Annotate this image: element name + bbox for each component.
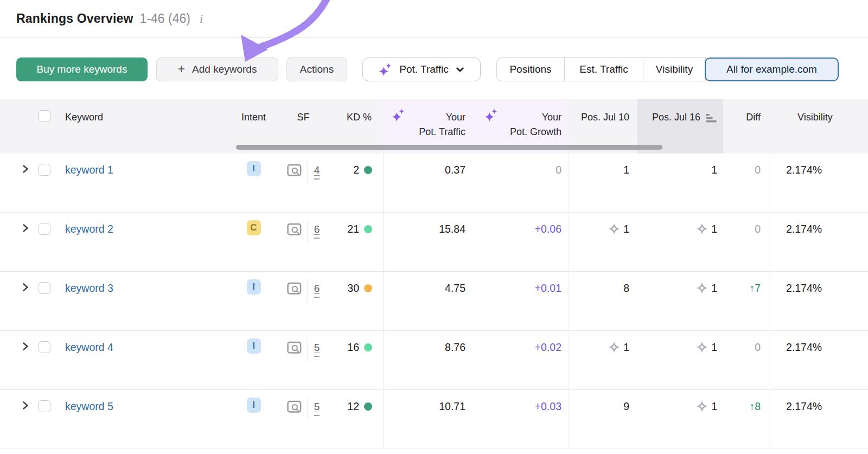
header-visibility[interactable]: Visibility: [769, 99, 868, 154]
pot-growth-value: +0.06: [535, 221, 561, 236]
keyword-link[interactable]: keyword 2: [65, 221, 113, 236]
diff-cell: ↑7: [723, 272, 769, 330]
kd-value: 2: [353, 162, 359, 177]
expand-chevron-icon[interactable]: [21, 164, 30, 174]
pos-current-cell: 1: [637, 390, 723, 449]
serp-features-count[interactable]: 5: [314, 341, 320, 357]
diff-value: 0: [755, 162, 761, 177]
visibility-cell: 2.174%: [769, 331, 868, 389]
pot-traffic-value: 0.37: [445, 162, 465, 177]
buy-more-keywords-button[interactable]: Buy more keywords: [16, 57, 148, 81]
pot-growth-value: +0.02: [535, 340, 561, 355]
row-checkbox-cell: [35, 331, 54, 389]
serp-feature-position-icon: [696, 341, 708, 353]
info-icon[interactable]: i: [200, 12, 203, 26]
pos-prev-cell: 1: [569, 154, 637, 212]
expand-chevron-icon[interactable]: [21, 223, 30, 233]
kd-value: 16: [347, 340, 359, 355]
row-checkbox-cell: [35, 390, 54, 449]
add-keywords-label: Add keywords: [192, 63, 257, 75]
kd-cell: 2: [335, 154, 383, 212]
serp-features-count[interactable]: 5: [314, 400, 320, 416]
select-all-checkbox[interactable]: [39, 110, 50, 122]
table-row: keyword 4 I 5 16 8.76 +0.02: [0, 331, 868, 390]
kd-difficulty-dot: [364, 343, 372, 351]
tab-visibility[interactable]: Visibility: [643, 57, 706, 81]
keyword-link[interactable]: keyword 5: [65, 399, 113, 414]
expand-chevron-icon[interactable]: [21, 401, 30, 410]
pot-growth-cell: +0.06: [476, 213, 569, 271]
tab-positions[interactable]: Positions: [496, 57, 565, 81]
row-checkbox[interactable]: [39, 341, 50, 353]
serp-features-count[interactable]: 6: [314, 223, 320, 239]
expand-chevron-icon[interactable]: [21, 342, 30, 351]
keyword-link[interactable]: keyword 1: [65, 162, 113, 177]
serp-features-count[interactable]: 4: [314, 164, 320, 180]
visibility-value: 2.174%: [786, 162, 822, 177]
table-row: keyword 2 C 6 21 15.84 +0.06: [0, 213, 868, 272]
row-checkbox[interactable]: [39, 282, 50, 294]
serp-preview-icon[interactable]: [287, 341, 302, 354]
intent-cell: I: [236, 154, 271, 212]
pot-growth-cell: 0: [476, 154, 569, 212]
pos-prev-value: 8: [623, 280, 629, 296]
kd-value: 21: [347, 221, 359, 236]
ai-sparkles-icon: [392, 108, 405, 122]
metric-dropdown-label: Pot. Traffic: [399, 63, 448, 75]
tab-all-for-example-com[interactable]: All for example.com: [705, 57, 839, 81]
pos-prev-cell: 9: [569, 390, 637, 449]
divider: [308, 338, 308, 361]
serp-features-count[interactable]: 6: [314, 282, 320, 298]
metric-dropdown[interactable]: Pot. Traffic: [362, 57, 481, 81]
pos-prev-value: 1: [623, 221, 629, 236]
add-keywords-button[interactable]: + Add keywords: [156, 57, 278, 81]
keyword-cell: keyword 5: [54, 390, 236, 449]
row-checkbox[interactable]: [39, 223, 50, 235]
intent-cell: C: [236, 213, 271, 271]
serp-preview-icon[interactable]: [287, 400, 302, 413]
table-row: keyword 1 I 4 2 0.37 0: [0, 154, 868, 213]
serp-preview-icon[interactable]: [287, 164, 302, 177]
kd-cell: 21: [335, 213, 383, 271]
pot-traffic-value: 15.84: [439, 221, 465, 236]
pos-current-value: 1: [711, 162, 717, 177]
kd-difficulty-dot: [364, 402, 372, 411]
metric-tab-group: PositionsEst. TrafficVisibilityAll for e…: [496, 57, 839, 81]
keyword-link[interactable]: keyword 4: [65, 340, 113, 355]
header-diff[interactable]: Diff: [723, 99, 769, 154]
tab-est-traffic[interactable]: Est. Traffic: [564, 57, 643, 81]
pos-current-value: 1: [711, 340, 717, 355]
kd-difficulty-dot: [364, 284, 372, 292]
page-title: Rankings Overview: [16, 11, 133, 26]
row-checkbox-cell: [35, 154, 54, 212]
table-header: Keyword Intent SF KD % Your Pot. Traffic…: [0, 99, 868, 154]
actions-button[interactable]: Actions: [286, 57, 347, 81]
sort-descending-icon: [706, 113, 717, 123]
keyword-link[interactable]: keyword 3: [65, 280, 113, 296]
row-checkbox[interactable]: [39, 400, 50, 412]
row-checkbox-cell: [35, 213, 54, 271]
kd-cell: 30: [335, 272, 383, 330]
serp-features-cell: 6: [271, 272, 335, 330]
chevron-down-icon: [456, 67, 464, 73]
visibility-value: 2.174%: [786, 340, 822, 355]
keyword-cell: keyword 4: [54, 331, 236, 389]
pot-traffic-cell: 15.84: [383, 213, 476, 271]
actions-label: Actions: [300, 63, 334, 75]
rankings-table: Keyword Intent SF KD % Your Pot. Traffic…: [0, 99, 868, 449]
serp-feature-position-icon: [608, 223, 620, 235]
header-pot-growth-line2: Pot. Growth: [476, 125, 561, 139]
row-expand-cell: [15, 213, 35, 271]
row-expand-cell: [15, 154, 35, 212]
header-keyword[interactable]: Keyword: [54, 99, 236, 154]
horizontal-scrollbar[interactable]: [236, 145, 662, 150]
intent-cell: I: [236, 331, 271, 389]
row-checkbox[interactable]: [39, 164, 50, 176]
serp-preview-icon[interactable]: [287, 223, 302, 236]
divider: [308, 279, 308, 302]
pot-traffic-cell: 4.75: [383, 272, 476, 330]
row-expand-cell: [15, 272, 35, 330]
kd-value: 12: [347, 399, 359, 414]
serp-preview-icon[interactable]: [287, 282, 302, 295]
expand-chevron-icon[interactable]: [21, 283, 30, 292]
